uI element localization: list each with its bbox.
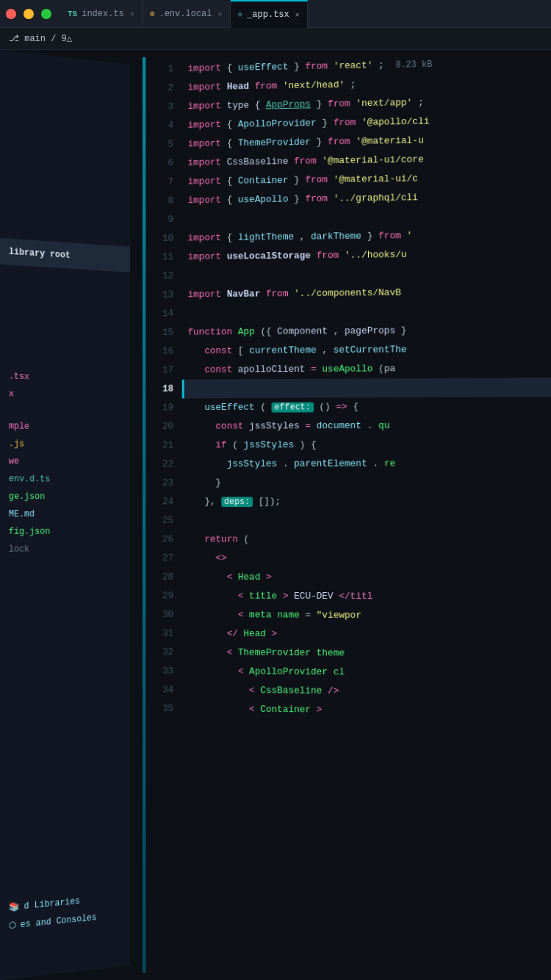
- line-num: 32: [143, 643, 173, 662]
- line-num: 11: [143, 248, 173, 267]
- line-num: 19: [143, 398, 173, 417]
- envdts-label: env.d.ts: [9, 474, 50, 484]
- code-container: 1 2 3 4 5 6 7 8 9 10 11 12 13 14 15 16 1: [143, 50, 551, 980]
- code-line-17: const apolloClient = useApollo (pa: [182, 359, 551, 380]
- active-line-indicator: [182, 380, 184, 399]
- code-editor: 1 2 3 4 5 6 7 8 9 10 11 12 13 14 15 16 1: [143, 50, 551, 980]
- line-num: 35: [143, 699, 173, 718]
- line-num: 5: [143, 135, 173, 154]
- line-num: 20: [143, 417, 173, 436]
- libraries-icon: 📚: [9, 901, 20, 913]
- minimize-button[interactable]: [24, 9, 34, 19]
- line-num: 24: [143, 492, 173, 511]
- git-label: ⎇: [9, 34, 24, 44]
- code-line-25: [182, 511, 551, 530]
- code-line-21: if ( jssStyles ) {: [182, 435, 551, 455]
- sidebar-file-we[interactable]: we: [0, 453, 130, 472]
- tab-bar: TS index.ts ✕ ⚙ .env.local ✕ ⚛ _app.tsx …: [0, 0, 551, 28]
- app-window: TS index.ts ✕ ⚙ .env.local ✕ ⚛ _app.tsx …: [0, 0, 551, 980]
- js-label: .js: [9, 439, 24, 449]
- tab-label: index.ts: [82, 9, 124, 19]
- breadcrumb-bar: ⎇ main / 9△: [0, 28, 551, 50]
- tsx-file-label: .tsx: [9, 371, 29, 382]
- line-num: 3: [143, 98, 173, 117]
- code-line-19: useEffect ( effect: () => {: [182, 397, 551, 417]
- library-root-label: library root: [9, 247, 71, 261]
- tab-close-icon[interactable]: ✕: [295, 10, 300, 19]
- line-num: 23: [143, 474, 173, 493]
- line-num: 17: [143, 361, 173, 380]
- tab-label: _app.tsx: [247, 10, 289, 20]
- file-size-badge: 8.23 kB: [395, 60, 432, 71]
- env-file-icon: ⚙: [150, 9, 155, 18]
- sidebar-file-mple[interactable]: mple: [0, 417, 130, 437]
- code-line-20: const jssStyles = document . qu: [182, 416, 551, 436]
- code-line-31: </ Head >: [182, 624, 551, 645]
- sidebar-file-me-md[interactable]: ME.md: [0, 505, 130, 523]
- sidebar-file-lock[interactable]: lock: [0, 540, 130, 558]
- x-label: x: [9, 389, 14, 399]
- line-num: 21: [143, 436, 173, 455]
- memd-label: ME.md: [9, 509, 35, 519]
- lock-label: lock: [9, 544, 29, 555]
- line-num: 8: [143, 192, 173, 211]
- sidebar-file-js[interactable]: .js: [0, 435, 130, 455]
- line-num: 16: [143, 342, 173, 361]
- code-line-22: jssStyles . parentElement . re: [182, 454, 551, 474]
- code-line-30: < meta name = "viewpor: [182, 605, 551, 626]
- tab-env-local[interactable]: ⚙ .env.local ✕: [143, 0, 231, 28]
- line-num: 27: [143, 549, 173, 568]
- we-label: we: [9, 456, 19, 466]
- code-lines-area[interactable]: import { useEffect } from 'react' ; 8.23…: [182, 50, 551, 980]
- line-num: 29: [143, 586, 173, 605]
- code-line-26: return (: [182, 530, 551, 550]
- code-line-28: < Head >: [182, 568, 551, 588]
- line-num: 22: [143, 455, 173, 474]
- line-num: 7: [143, 173, 173, 192]
- tab-close-icon[interactable]: ✕: [130, 10, 134, 18]
- line-num: 15: [143, 323, 173, 342]
- line-num: 9: [143, 210, 173, 229]
- sidebar: library root .tsx x mple .js we env.d.ts: [0, 50, 130, 980]
- code-line-16: const [ currentTheme , setCurrentThe: [182, 339, 551, 361]
- window-controls: [6, 9, 51, 19]
- teal-line-decoration: [143, 57, 145, 973]
- branch-name: main / 9△: [24, 34, 72, 44]
- maximize-button[interactable]: [41, 9, 51, 19]
- sidebar-file-env-dts[interactable]: env.d.ts: [0, 470, 130, 489]
- line-num: 28: [143, 568, 173, 587]
- figjson-label: fig.json: [9, 527, 50, 537]
- line-numbers-gutter: 1 2 3 4 5 6 7 8 9 10 11 12 13 14 15 16 1: [143, 57, 181, 973]
- react-file-icon: ⚛: [238, 10, 243, 19]
- sidebar-file-fig-json[interactable]: fig.json: [0, 523, 130, 541]
- line-num: 12: [143, 267, 173, 286]
- close-button[interactable]: [6, 9, 16, 19]
- sidebar-library-root[interactable]: library root: [0, 238, 130, 273]
- line-num: 1: [143, 60, 173, 79]
- tab-close-icon[interactable]: ✕: [217, 10, 222, 18]
- line-num: 31: [143, 624, 173, 644]
- sidebar-x-item[interactable]: x: [0, 385, 130, 406]
- tab-index-ts[interactable]: TS index.ts ✕: [60, 0, 143, 28]
- git-branch: ⎇ main / 9△: [9, 33, 72, 44]
- line-num: 25: [143, 511, 173, 530]
- code-line-32: < ThemeProvider theme: [182, 643, 551, 664]
- mple-label: mple: [9, 421, 29, 432]
- kw-import: import: [188, 62, 222, 74]
- line-num: 34: [143, 680, 173, 699]
- sidebar-bottom: 📚 d Libraries ⬡ es and Consoles: [0, 887, 130, 936]
- code-line-33: < ApolloProvider cl: [182, 662, 551, 683]
- code-line-29: < title > ECU-DEV </titl: [182, 587, 551, 607]
- deps-badge: deps:: [221, 497, 253, 507]
- code-line-15: function App ({ Component , pageProps }: [182, 320, 551, 342]
- sidebar-file-ge-json[interactable]: ge.json: [0, 488, 130, 505]
- line-num: 6: [143, 154, 173, 173]
- tab-app-tsx[interactable]: ⚛ _app.tsx ✕: [231, 0, 308, 28]
- line-num: 10: [143, 229, 173, 248]
- consoles-label: es and Consoles: [21, 912, 97, 930]
- gejson-label: ge.json: [9, 491, 45, 502]
- code-line-34: < CssBaseline />: [182, 681, 551, 702]
- line-num: 18: [143, 380, 173, 399]
- tab-label: .env.local: [159, 9, 212, 19]
- ts-file-icon: TS: [68, 10, 77, 18]
